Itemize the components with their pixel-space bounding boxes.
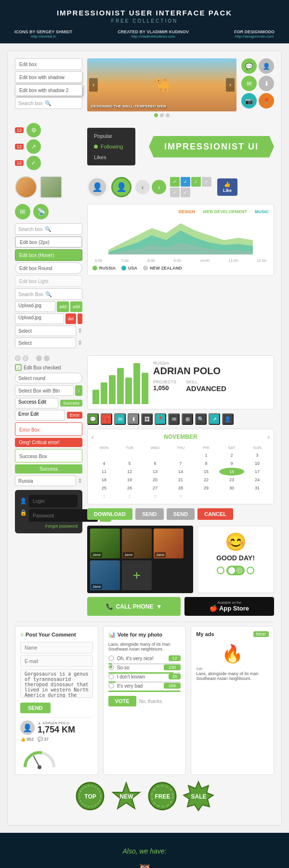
select-with-btn-button[interactable]: › [75, 385, 82, 396]
login-input[interactable] [29, 495, 78, 507]
notif-icon-2[interactable]: ↗ [26, 139, 41, 154]
msg-icon-photo[interactable]: 🖼 [141, 413, 153, 425]
msg-icon-grid-btn[interactable]: ⊞ [182, 413, 193, 425]
select-with-btn-input[interactable]: Select Box with Btn [15, 385, 74, 396]
grid-icon-6[interactable]: ✓ [181, 188, 190, 197]
vote-submit-btn[interactable]: VOTE [108, 696, 136, 706]
msg-icon-share[interactable]: ↗ [209, 413, 220, 425]
vote-radio-2[interactable] [108, 665, 114, 670]
cal-day-n4[interactable]: 4 [168, 492, 193, 500]
cal-day-7[interactable]: 7 [168, 460, 193, 467]
edit-box-1[interactable]: Edit box [15, 58, 82, 70]
grid-icon-4[interactable]: ✓ [202, 177, 211, 187]
cal-day-31[interactable]: 31 [245, 484, 270, 492]
cal-day-29[interactable]: 29 [194, 484, 219, 492]
chat-icon-btn[interactable]: 💬 [241, 58, 257, 74]
grid-icon-5[interactable]: ✓ [170, 188, 180, 197]
name-input[interactable] [20, 642, 93, 653]
select-1[interactable]: Select [15, 326, 76, 336]
send-btn-2[interactable]: SEND [167, 508, 195, 520]
msg-icon-envelope[interactable]: ✉ [168, 413, 180, 425]
email-input[interactable] [20, 655, 93, 667]
cal-day-25[interactable]: 25 [92, 484, 117, 492]
vote-radio-4[interactable] [108, 683, 114, 689]
msg-icon-search[interactable]: 🔍 [195, 413, 207, 425]
cal-day-4[interactable]: 4 [92, 460, 117, 467]
cal-day-e1[interactable] [92, 451, 117, 459]
grid-icon-3[interactable]: ✓ [191, 177, 201, 187]
banner-dot-3[interactable] [166, 113, 170, 117]
edit-box-shadow[interactable]: Edit box with shadow [15, 71, 82, 83]
cal-next-btn[interactable]: › [267, 433, 270, 441]
grid-icon-1[interactable]: ✓ [170, 177, 180, 187]
del-btn-2[interactable] [78, 313, 82, 324]
cancel-btn[interactable]: CANCEL [197, 508, 233, 520]
cal-day-12[interactable]: 12 [117, 468, 142, 475]
grid-icon-2[interactable]: ✓ [181, 177, 190, 187]
cal-day-10[interactable]: 10 [245, 460, 270, 467]
cal-day-n2[interactable]: 2 [117, 492, 142, 500]
cal-day-13[interactable]: 13 [143, 468, 168, 475]
mail-icon-btn[interactable]: ✉ [241, 76, 257, 91]
add-btn-2[interactable]: add [70, 301, 82, 312]
appstore-btn[interactable]: Available on the 🍎 App Store [184, 597, 274, 616]
country-select[interactable]: Russia [15, 475, 76, 486]
edit-box-shadow2[interactable]: Edit box with shadow 2 [15, 84, 82, 96]
select-round[interactable]: Select round [15, 373, 82, 383]
error-btn[interactable]: Error [67, 412, 82, 419]
dropdown-likes[interactable]: Likes [87, 152, 135, 163]
pag-next[interactable]: › [152, 180, 166, 194]
forgot-password-link[interactable]: Forgot password [20, 524, 78, 529]
cal-day-20[interactable]: 20 [143, 476, 168, 484]
msg-icon-mail[interactable]: ✉ [114, 413, 126, 425]
cal-day-21[interactable]: 21 [168, 476, 193, 484]
cal-day-17[interactable]: 17 [245, 468, 270, 475]
call-phone-btn[interactable]: 📞 CALL PHONE ▼ [87, 597, 181, 616]
cal-day-27[interactable]: 27 [143, 484, 168, 492]
msg-icon-chat[interactable]: 💬 [87, 413, 99, 425]
cal-day-today[interactable]: 16 [219, 468, 244, 475]
cal-day-e4[interactable] [168, 451, 193, 459]
cal-day-14[interactable]: 14 [168, 468, 193, 475]
pag-prev[interactable]: ‹ [135, 180, 150, 194]
cal-day-2[interactable]: 2 [219, 451, 244, 459]
send-btn-1[interactable]: SEND [135, 508, 164, 520]
cal-day-28[interactable]: 28 [168, 484, 193, 492]
banner-next[interactable]: › [226, 78, 235, 92]
checkbox[interactable]: ✓ [15, 364, 22, 371]
photo-add-btn[interactable]: + [122, 560, 152, 590]
edit-box-hover[interactable]: Edit box (Hover) [15, 249, 82, 261]
search-box-3[interactable]: Search Box 🔍 [15, 288, 82, 300]
cal-day-22[interactable]: 22 [194, 476, 219, 484]
cal-day-n1[interactable]: 1 [92, 492, 117, 500]
upload-input-1[interactable]: Upload.jpg [15, 301, 55, 312]
download-btn[interactable]: DOWNLOAD [87, 508, 132, 520]
banner-prev[interactable]: ‹ [89, 78, 98, 92]
comment-textarea[interactable]: Gorgosaurus is a genus of tyrannosaurid … [20, 669, 93, 698]
msg-icon-download[interactable]: ⬇ [128, 413, 139, 425]
like-button[interactable]: 👍 Like [217, 178, 237, 196]
msg-icon-location[interactable]: 📍 [155, 413, 166, 425]
cal-day-26[interactable]: 26 [117, 484, 142, 492]
cal-day-n3[interactable]: 3 [143, 492, 168, 500]
dropdown-popular[interactable]: Popular [87, 131, 135, 141]
banner-dot-1[interactable] [154, 113, 158, 117]
rss-btn[interactable]: 📡 [33, 204, 49, 219]
comment-send-btn[interactable]: SEND [20, 703, 51, 713]
msg-btn-1[interactable]: ✉ [15, 204, 30, 219]
cal-day-e2[interactable] [117, 451, 142, 459]
dropdown-following[interactable]: Following [87, 141, 135, 152]
del-btn[interactable]: del [66, 313, 76, 324]
location-icon-btn[interactable]: 📍 [259, 93, 274, 108]
cal-day-15[interactable]: 15 [194, 468, 219, 475]
cal-day-18[interactable]: 18 [92, 476, 117, 484]
edit-box-light[interactable]: Edit box Light [15, 275, 82, 287]
notif-icon-3[interactable]: ✓ [26, 156, 41, 170]
download-icon-btn[interactable]: ⬇ [259, 76, 274, 91]
cal-day-5[interactable]: 5 [117, 460, 142, 467]
no-thanks-link[interactable]: No, thanks [139, 699, 162, 704]
cal-day-19[interactable]: 19 [117, 476, 142, 484]
cal-day-9[interactable]: 9 [219, 460, 244, 467]
success-edit-input[interactable]: Success Edit [15, 398, 58, 408]
search-box-2[interactable]: Search box 🔍 [15, 223, 82, 235]
